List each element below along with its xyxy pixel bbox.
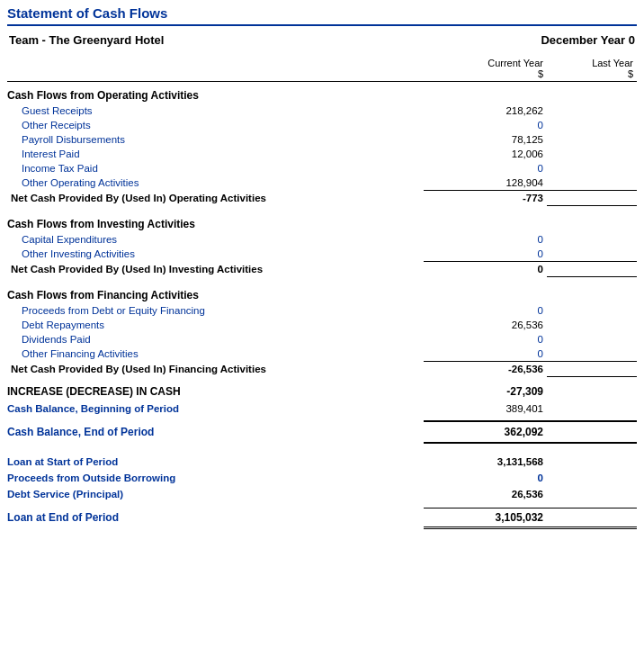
row-label: Other Investing Activities [7,247,424,262]
col-label-header [7,56,424,82]
loan-row: Debt Service (Principal) 26,536 [7,486,637,502]
row-label: Proceeds from Debt or Equity Financing [7,303,424,318]
col-last-header: Last Year $ [547,56,637,82]
row-last [547,346,637,362]
row-last [547,303,637,318]
loan-row: Loan at Start of Period 3,131,568 [7,454,637,470]
cash-end-row: Cash Balance, End of Period 362,092 [7,421,637,443]
loan-row: Proceeds from Outside Borrowing 0 [7,470,637,486]
row-current: 0 [424,232,548,247]
data-row: Other Operating Activities 128,904 [7,176,637,191]
data-row: Debt Repayments 26,536 [7,318,637,332]
row-label: Interest Paid [7,147,424,161]
row-current: 0 [424,332,548,346]
row-label: Capital Expenditures [7,232,424,247]
page-title: Statement of Cash Flows [7,5,167,21]
row-last [547,332,637,346]
row-current: 0 [424,161,548,176]
row-label: Other Receipts [7,118,424,132]
row-label: Debt Repayments [7,318,424,332]
row-current: 26,536 [424,318,548,332]
loan-end-row: Loan at End of Period 3,105,032 [7,508,637,527]
section-header-operating: Cash Flows from Operating Activities [7,82,637,104]
row-current: 0 [424,303,548,318]
col-current-header: Current Year $ [424,56,548,82]
row-label: Payroll Disbursements [7,132,424,147]
row-label: Guest Receipts [7,104,424,118]
data-row: Other Receipts 0 [7,118,637,132]
data-row: Capital Expenditures 0 [7,232,637,247]
section-header-investing: Cash Flows from Investing Activities [7,211,637,232]
increase-row: INCREASE (DECREASE) IN CASH -27,309 [7,382,637,401]
period-label: December Year 0 [541,33,635,47]
row-label: Dividends Paid [7,332,424,346]
section-header-financing: Cash Flows from Financing Activities [7,282,637,303]
row-last [547,132,637,147]
row-last [547,232,637,247]
row-current: 0 [424,247,548,262]
data-row: Guest Receipts 218,262 [7,104,637,118]
row-label: Other Financing Activities [7,346,424,362]
row-last [547,104,637,118]
data-row: Other Investing Activities 0 [7,247,637,262]
row-current: 12,006 [424,147,548,161]
row-current: 78,125 [424,132,548,147]
data-row: Payroll Disbursements 78,125 [7,132,637,147]
data-row: Proceeds from Debt or Equity Financing 0 [7,303,637,318]
row-label: Other Operating Activities [7,176,424,191]
row-current: 218,262 [424,104,548,118]
subtotal-row-operating: Net Cash Provided By (Used In) Operating… [7,191,637,206]
row-current: 128,904 [424,176,548,191]
row-current: 0 [424,118,548,132]
team-name: Team - The Greenyard Hotel [9,33,164,47]
row-last [547,147,637,161]
row-label: Income Tax Paid [7,161,424,176]
subtotal-row-investing: Net Cash Provided By (Used In) Investing… [7,262,637,277]
row-last [547,176,637,191]
cash-beginning-row: Cash Balance, Beginning of Period 389,40… [7,401,637,416]
row-last [547,118,637,132]
row-current: 0 [424,346,548,362]
row-last [547,161,637,176]
row-last [547,318,637,332]
data-row: Dividends Paid 0 [7,332,637,346]
subtotal-row-financing: Net Cash Provided By (Used In) Financing… [7,362,637,377]
row-last [547,247,637,262]
data-row: Other Financing Activities 0 [7,346,637,362]
data-row: Income Tax Paid 0 [7,161,637,176]
data-row: Interest Paid 12,006 [7,147,637,161]
